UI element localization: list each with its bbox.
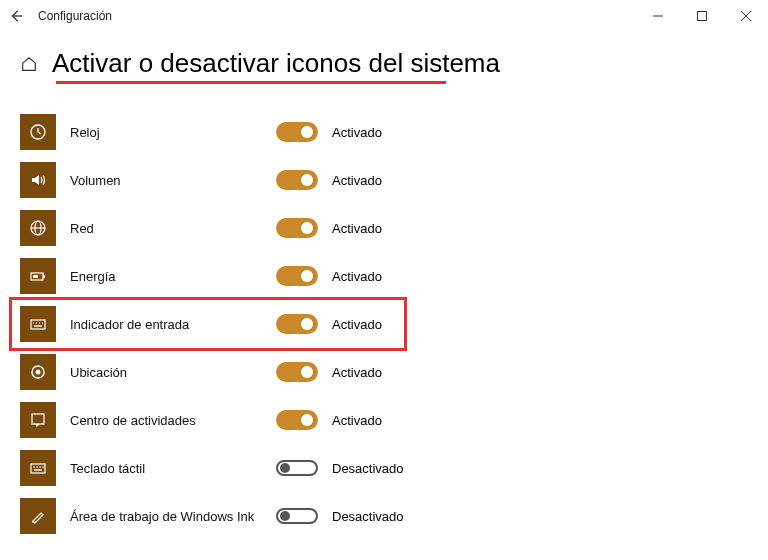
toggle-state-label: Desactivado	[318, 509, 404, 524]
svg-point-21	[33, 466, 35, 468]
volume-icon	[20, 162, 56, 198]
toggle-action-center[interactable]	[276, 410, 318, 430]
app-title: Configuración	[32, 9, 112, 23]
svg-rect-19	[32, 414, 44, 424]
svg-point-18	[36, 370, 41, 375]
setting-row-touch-kbd: Teclado táctilDesactivado	[20, 444, 748, 492]
toggle-state-label: Activado	[318, 125, 382, 140]
minimize-button[interactable]	[636, 0, 680, 32]
setting-label: Energía	[56, 269, 276, 284]
svg-rect-9	[43, 275, 45, 278]
toggle-state-label: Activado	[318, 221, 382, 236]
svg-rect-1	[698, 12, 707, 21]
svg-rect-20	[31, 464, 45, 473]
toggle-clock[interactable]	[276, 122, 318, 142]
toggle-state-label: Activado	[318, 413, 382, 428]
setting-row-ink: Área de trabajo de Windows InkDesactivad…	[20, 492, 748, 540]
setting-row-volume: VolumenActivado	[20, 156, 748, 204]
svg-point-24	[42, 466, 44, 468]
network-icon	[20, 210, 56, 246]
settings-list: RelojActivadoVolumenActivadoRedActivadoE…	[20, 108, 748, 540]
toggle-touch-kbd[interactable]	[276, 460, 318, 476]
annotation-underline	[56, 81, 446, 84]
back-button[interactable]	[0, 0, 32, 32]
close-button[interactable]	[724, 0, 768, 32]
touch-kbd-icon	[20, 450, 56, 486]
setting-row-location: UbicaciónActivado	[20, 348, 748, 396]
input-icon	[20, 306, 56, 342]
maximize-button[interactable]	[680, 0, 724, 32]
toggle-state-label: Activado	[318, 173, 382, 188]
action-center-icon	[20, 402, 56, 438]
setting-label: Teclado táctil	[56, 461, 276, 476]
setting-label: Área de trabajo de Windows Ink	[56, 509, 276, 524]
svg-point-23	[39, 466, 41, 468]
toggle-state-label: Desactivado	[318, 461, 404, 476]
setting-row-clock: RelojActivado	[20, 108, 748, 156]
toggle-power[interactable]	[276, 266, 318, 286]
toggle-state-label: Activado	[318, 269, 382, 284]
home-icon[interactable]	[20, 55, 38, 73]
toggle-input[interactable]	[276, 314, 318, 334]
page-title: Activar o desactivar iconos del sistema	[52, 48, 500, 79]
toggle-state-label: Activado	[318, 365, 382, 380]
toggle-location[interactable]	[276, 362, 318, 382]
clock-icon	[20, 114, 56, 150]
setting-row-action-center: Centro de actividadesActivado	[20, 396, 748, 444]
toggle-volume[interactable]	[276, 170, 318, 190]
setting-row-network: RedActivado	[20, 204, 748, 252]
setting-label: Ubicación	[56, 365, 276, 380]
svg-point-22	[36, 466, 38, 468]
toggle-state-label: Activado	[318, 317, 382, 332]
location-icon	[20, 354, 56, 390]
ink-icon	[20, 498, 56, 534]
setting-label: Indicador de entrada	[56, 317, 276, 332]
setting-label: Reloj	[56, 125, 276, 140]
titlebar: Configuración	[0, 0, 768, 32]
svg-rect-11	[31, 320, 45, 329]
setting-label: Volumen	[56, 173, 276, 188]
toggle-network[interactable]	[276, 218, 318, 238]
toggle-ink[interactable]	[276, 508, 318, 524]
setting-label: Centro de actividades	[56, 413, 276, 428]
setting-label: Red	[56, 221, 276, 236]
setting-row-input: Indicador de entradaActivado	[20, 300, 748, 348]
svg-rect-10	[33, 275, 38, 278]
setting-row-power: EnergíaActivado	[20, 252, 748, 300]
power-icon	[20, 258, 56, 294]
